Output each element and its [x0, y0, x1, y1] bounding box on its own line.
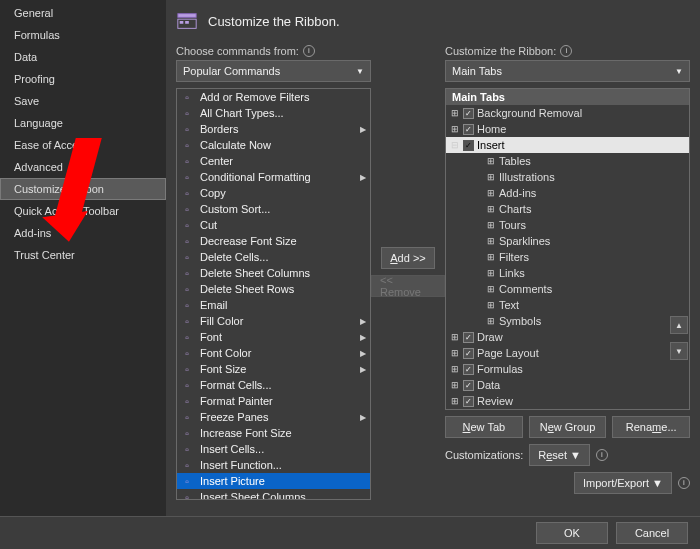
tree-item-background-removal[interactable]: Background Removal: [477, 107, 582, 119]
expand-icon[interactable]: ⊞: [450, 348, 460, 358]
command-item[interactable]: ▫Font Size▶: [177, 361, 370, 377]
command-item[interactable]: ▫Center: [177, 153, 370, 169]
command-item[interactable]: ▫Insert Sheet Columns: [177, 489, 370, 499]
info-icon[interactable]: i: [678, 477, 690, 489]
new-tab-button[interactable]: New Tab: [445, 416, 523, 438]
command-item[interactable]: ▫Conditional Formatting▶: [177, 169, 370, 185]
tree-item-page-layout[interactable]: Page Layout: [477, 347, 539, 359]
expand-icon[interactable]: ⊞: [486, 284, 496, 294]
command-item[interactable]: ▫Delete Sheet Columns: [177, 265, 370, 281]
sidebar-item-general[interactable]: General: [0, 2, 166, 24]
expand-icon[interactable]: ⊞: [450, 108, 460, 118]
command-item[interactable]: ▫Custom Sort...: [177, 201, 370, 217]
add-button[interactable]: AAdd >>dd >>: [381, 247, 434, 269]
move-up-button[interactable]: ▲: [670, 316, 688, 334]
svg-rect-3: [185, 21, 189, 24]
expand-icon[interactable]: ⊞: [486, 204, 496, 214]
tree-item-formulas[interactable]: Formulas: [477, 363, 523, 375]
tree-item-insert[interactable]: Insert: [477, 139, 505, 151]
command-item[interactable]: ▫Calculate Now: [177, 137, 370, 153]
command-item[interactable]: ▫Freeze Panes▶: [177, 409, 370, 425]
tree-item[interactable]: Text: [499, 299, 519, 311]
command-item[interactable]: ▫Delete Sheet Rows: [177, 281, 370, 297]
command-item[interactable]: ▫Font Color▶: [177, 345, 370, 361]
expand-icon[interactable]: ⊞: [486, 268, 496, 278]
tree-item[interactable]: Symbols: [499, 315, 541, 327]
command-item[interactable]: ▫Insert Function...: [177, 457, 370, 473]
checkbox[interactable]: ✓: [463, 124, 474, 135]
move-down-button[interactable]: ▼: [670, 342, 688, 360]
sidebar-item-data[interactable]: Data: [0, 46, 166, 68]
commands-listbox[interactable]: ▫Add or Remove Filters▫All Chart Types..…: [176, 88, 371, 500]
checkbox[interactable]: ✓: [463, 380, 474, 391]
expand-icon[interactable]: ⊞: [450, 396, 460, 406]
tree-item[interactable]: Links: [499, 267, 525, 279]
tree-item-review[interactable]: Review: [477, 395, 513, 407]
tree-item[interactable]: Comments: [499, 283, 552, 295]
tree-item[interactable]: Tables: [499, 155, 531, 167]
expand-icon[interactable]: ⊞: [486, 300, 496, 310]
new-group-button[interactable]: New Group: [529, 416, 607, 438]
checkbox[interactable]: ✓: [463, 348, 474, 359]
info-icon[interactable]: i: [596, 449, 608, 461]
command-item[interactable]: ▫Email: [177, 297, 370, 313]
command-item[interactable]: ▫Font▶: [177, 329, 370, 345]
expand-icon[interactable]: ⊞: [450, 332, 460, 342]
sidebar-item-save[interactable]: Save: [0, 90, 166, 112]
command-item[interactable]: ▫Format Cells...: [177, 377, 370, 393]
tree-item-home[interactable]: Home: [477, 123, 506, 135]
expand-icon[interactable]: ⊞: [450, 124, 460, 134]
tree-item[interactable]: Illustrations: [499, 171, 555, 183]
command-item[interactable]: ▫Add or Remove Filters: [177, 89, 370, 105]
ok-button[interactable]: OK: [536, 522, 608, 544]
command-icon: ▫: [180, 346, 194, 360]
sidebar-item-proofing[interactable]: Proofing: [0, 68, 166, 90]
command-item[interactable]: ▫Insert Picture: [177, 473, 370, 489]
info-icon[interactable]: i: [560, 45, 572, 57]
expand-icon[interactable]: ⊞: [486, 172, 496, 182]
tree-item[interactable]: Add-ins: [499, 187, 536, 199]
expand-icon[interactable]: ⊞: [486, 316, 496, 326]
checkbox[interactable]: ✓: [463, 364, 474, 375]
expand-icon[interactable]: ⊞: [486, 188, 496, 198]
command-item[interactable]: ▫Increase Font Size: [177, 425, 370, 441]
sidebar-item-language[interactable]: Language: [0, 112, 166, 134]
choose-commands-dropdown[interactable]: Popular Commands▼: [176, 60, 371, 82]
command-item[interactable]: ▫Decrease Font Size: [177, 233, 370, 249]
import-export-dropdown[interactable]: Import/Export ▼: [574, 472, 672, 494]
expand-icon[interactable]: ⊞: [450, 364, 460, 374]
info-icon[interactable]: i: [303, 45, 315, 57]
customize-ribbon-dropdown[interactable]: Main Tabs▼: [445, 60, 690, 82]
command-item[interactable]: ▫Borders▶: [177, 121, 370, 137]
expand-icon[interactable]: ⊞: [486, 156, 496, 166]
expand-icon[interactable]: ⊞: [486, 236, 496, 246]
command-item[interactable]: ▫Delete Cells...: [177, 249, 370, 265]
ribbon-tree[interactable]: Main Tabs ⊞✓Background Removal ⊞✓Home ⊟✓…: [445, 88, 690, 410]
sidebar-item-trust-center[interactable]: Trust Center: [0, 244, 166, 266]
checkbox[interactable]: ✓: [463, 140, 474, 151]
command-item[interactable]: ▫Cut: [177, 217, 370, 233]
cancel-button[interactable]: Cancel: [616, 522, 688, 544]
expand-icon[interactable]: ⊞: [486, 252, 496, 262]
command-item[interactable]: ▫Copy: [177, 185, 370, 201]
checkbox[interactable]: ✓: [463, 396, 474, 407]
tree-item[interactable]: Sparklines: [499, 235, 550, 247]
sidebar-item-formulas[interactable]: Formulas: [0, 24, 166, 46]
rename-button[interactable]: Rename...: [612, 416, 690, 438]
tree-item[interactable]: Charts: [499, 203, 531, 215]
command-item[interactable]: ▫Format Painter: [177, 393, 370, 409]
command-item[interactable]: ▫Insert Cells...: [177, 441, 370, 457]
expand-icon[interactable]: ⊞: [450, 380, 460, 390]
checkbox[interactable]: ✓: [463, 108, 474, 119]
checkbox[interactable]: ✓: [463, 332, 474, 343]
tree-item-draw[interactable]: Draw: [477, 331, 503, 343]
tree-item[interactable]: Filters: [499, 251, 529, 263]
tree-item-data[interactable]: Data: [477, 379, 500, 391]
submenu-arrow-icon: ▶: [360, 413, 366, 422]
tree-item[interactable]: Tours: [499, 219, 526, 231]
reset-dropdown[interactable]: Reset ▼: [529, 444, 590, 466]
command-item[interactable]: ▫All Chart Types...: [177, 105, 370, 121]
expand-icon[interactable]: ⊞: [486, 220, 496, 230]
collapse-icon[interactable]: ⊟: [450, 140, 460, 150]
command-item[interactable]: ▫Fill Color▶: [177, 313, 370, 329]
